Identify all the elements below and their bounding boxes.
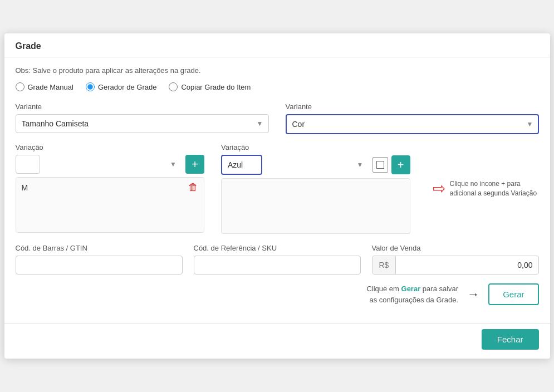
cod-barras-label: Cód. de Barras / GTIN (16, 244, 183, 252)
cod-referencia-label: Cód. de Referência / SKU (194, 244, 361, 252)
cod-referencia-input[interactable] (194, 256, 361, 275)
gerar-section: Clique em Gerar para salvar as configura… (16, 283, 539, 305)
bottom-fields: Cód. de Barras / GTIN Cód. de Referência… (16, 244, 539, 275)
chevron-down-icon-variacao1: ▼ (170, 160, 177, 168)
variante-col-2: Variante Cor ▼ (286, 102, 539, 134)
variacao2-select[interactable]: Azul (221, 155, 262, 175)
radio-gerador-grade[interactable]: Gerador de Grade (86, 82, 157, 91)
variacao-section: Variação ▼ + M � (16, 143, 539, 234)
variante1-select[interactable]: Tamanho Camiseta (16, 114, 269, 133)
fechar-button[interactable]: Fechar (482, 329, 539, 350)
gerar-button[interactable]: Gerar (488, 283, 538, 305)
variacao1-list: M 🗑 (16, 177, 205, 233)
square-icon-button[interactable] (372, 157, 388, 173)
gerar-hint: Clique em Gerar para salvar as configura… (366, 283, 458, 305)
gerar-hint-part1: Clique em (366, 285, 401, 293)
radio-label-copiar-grade: Copiar Grade do Item (181, 83, 251, 91)
variante-col-1: Variante Tamanho Camiseta ▼ (16, 102, 269, 134)
add-variacao1-button[interactable]: + (185, 155, 204, 174)
arrow-hint: ⇨ Clique no incone + para adicional a se… (433, 143, 539, 234)
red-arrow-icon: ⇨ (433, 181, 445, 197)
delete-variacao1-item-button[interactable]: 🗑 (188, 182, 198, 193)
cod-barras-input[interactable] (16, 256, 183, 275)
chevron-down-icon-variacao2: ▼ (357, 161, 364, 169)
variacao1-select-wrapper: ▼ (16, 155, 183, 174)
variante2-label: Variante (286, 102, 539, 111)
valor-input-row: R$ (372, 256, 539, 275)
radio-group: Grade Manual Gerador de Grade Copiar Gra… (16, 82, 539, 91)
gerar-hint-part2: para salvar (420, 285, 458, 293)
variacao-col-1: Variação ▼ + M � (16, 143, 205, 234)
grade-modal: Grade Obs: Salve o produto para aplicar … (4, 33, 550, 359)
radio-label-grade-manual: Grade Manual (28, 83, 73, 91)
variacao2-input-row: Azul ▼ + (221, 155, 410, 175)
variacao2-list (221, 178, 410, 234)
variante2-select[interactable]: Cor (286, 114, 539, 134)
variacao2-label: Variação (221, 143, 410, 151)
radio-grade-manual[interactable]: Grade Manual (16, 82, 73, 91)
variante2-select-wrapper: Cor ▼ (286, 114, 539, 134)
modal-footer: Fechar (4, 323, 550, 359)
arrow-hint-text: Clique no incone + para adicional a segu… (450, 179, 539, 198)
modal-body: Obs: Salve o produto para aplicar as alt… (4, 57, 550, 323)
list-item: M 🗑 (16, 178, 204, 197)
gerar-hint-part3: as configurações da Grade. (369, 296, 458, 304)
gerar-hint-highlight: Gerar (401, 285, 421, 293)
add-variacao2-button[interactable]: + (391, 155, 410, 174)
cod-referencia-group: Cód. de Referência / SKU (194, 244, 361, 275)
arrow-right-icon: → (467, 287, 479, 302)
radio-label-gerador-grade: Gerador de Grade (98, 83, 157, 91)
radio-input-grade-manual[interactable] (16, 82, 24, 91)
modal-header: Grade (4, 33, 550, 57)
square-icon (376, 161, 384, 169)
valor-venda-label: Valor de Venda (372, 244, 539, 252)
cod-barras-group: Cód. de Barras / GTIN (16, 244, 183, 275)
variacao1-input-row: ▼ + (16, 155, 205, 174)
variante1-select-wrapper: Tamanho Camiseta ▼ (16, 114, 269, 133)
radio-copiar-grade[interactable]: Copiar Grade do Item (169, 82, 251, 91)
variante-row: Variante Tamanho Camiseta ▼ Variante Cor… (16, 102, 539, 134)
radio-input-gerador-grade[interactable] (86, 82, 95, 91)
variacao1-select[interactable] (16, 155, 40, 174)
valor-input[interactable] (396, 256, 538, 274)
obs-text: Obs: Salve o produto para aplicar as alt… (16, 66, 539, 75)
variante1-label: Variante (16, 102, 269, 111)
variacao-row: Variação ▼ + M � (16, 143, 539, 234)
variacao-col-2: Variação Azul ▼ + (221, 143, 410, 234)
radio-input-copiar-grade[interactable] (169, 82, 178, 91)
valor-venda-group: Valor de Venda R$ (372, 244, 539, 275)
variacao2-select-wrapper: Azul ▼ (221, 155, 369, 175)
modal-title: Grade (16, 41, 539, 51)
list-item-label: M (22, 183, 28, 192)
variacao1-label: Variação (16, 143, 205, 151)
valor-prefix: R$ (372, 256, 396, 274)
